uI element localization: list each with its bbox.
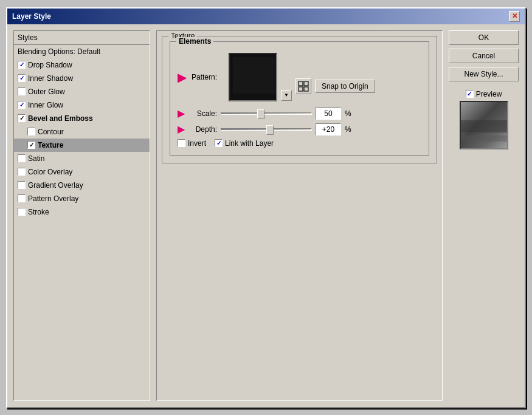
dialog-title: Layer Style — [12, 12, 51, 21]
drop-shadow-label: Drop Shadow — [28, 61, 72, 69]
sidebar-item-pattern-overlay[interactable]: Pattern Overlay — [14, 192, 150, 205]
sidebar-item-texture[interactable]: Texture — [14, 139, 150, 152]
gradient-overlay-label: Gradient Overlay — [28, 181, 83, 190]
color-overlay-checkbox[interactable] — [18, 168, 26, 176]
dialog-body: Styles Blending Options: Default Drop Sh… — [7, 24, 525, 407]
pattern-label: Pattern: — [192, 73, 225, 81]
bevel-emboss-label: Bevel and Emboss — [28, 114, 93, 123]
stroke-checkbox[interactable] — [18, 208, 26, 216]
blending-options-label: Blending Options: Default — [18, 47, 100, 56]
options-row: Invert Link with Layer — [178, 139, 421, 148]
main-panel: Texture Elements ▶ Pattern: — [156, 30, 443, 401]
pattern-overlay-label: Pattern Overlay — [28, 194, 78, 203]
sidebar-item-color-overlay[interactable]: Color Overlay — [14, 165, 150, 179]
pattern-dropdown-button[interactable]: ▼ — [281, 90, 292, 101]
sidebar-item-contour[interactable]: Contour — [14, 125, 150, 139]
svg-rect-11 — [461, 135, 508, 142]
outer-glow-label: Outer Glow — [28, 87, 65, 96]
invert-checkbox[interactable] — [178, 139, 185, 147]
depth-arrow-icon: ▶ — [178, 125, 185, 134]
left-panel: Styles Blending Options: Default Drop Sh… — [13, 30, 150, 401]
preview-checkbox[interactable] — [466, 90, 474, 98]
preview-row: Preview — [466, 90, 502, 98]
satin-label: Satin — [28, 154, 44, 163]
svg-rect-8 — [304, 87, 308, 91]
cancel-button[interactable]: Cancel — [449, 49, 519, 63]
elements-group: Elements ▶ Pattern: — [170, 41, 429, 156]
close-button[interactable]: ✕ — [509, 11, 520, 22]
svg-rect-6 — [304, 81, 308, 86]
pattern-swatch[interactable] — [229, 53, 277, 101]
svg-rect-10 — [461, 120, 508, 132]
satin-checkbox[interactable] — [18, 154, 26, 162]
bevel-emboss-checkbox[interactable] — [18, 114, 26, 122]
sidebar-item-satin[interactable]: Satin — [14, 152, 150, 165]
scale-arrow-icon: ▶ — [178, 109, 185, 118]
depth-input[interactable] — [316, 123, 341, 135]
sidebar-item-gradient-overlay[interactable]: Gradient Overlay — [14, 179, 150, 192]
link-checkbox[interactable] — [215, 139, 223, 147]
inner-glow-label: Inner Glow — [28, 101, 63, 109]
svg-rect-1 — [233, 57, 275, 94]
sidebar-item-outer-glow[interactable]: Outer Glow — [14, 85, 150, 98]
link-option[interactable]: Link with Layer — [215, 139, 274, 148]
pattern-overlay-checkbox[interactable] — [18, 194, 26, 202]
depth-row: ▶ Depth: % — [178, 123, 421, 135]
pattern-arrow-icon: ▶ — [178, 71, 187, 83]
scale-slider[interactable] — [221, 112, 312, 115]
scale-row: ▶ Scale: % — [178, 108, 421, 120]
snap-to-origin-button[interactable]: Snap to Origin — [315, 80, 375, 93]
layer-style-dialog: Layer Style ✕ Styles Blending Options: D… — [6, 7, 526, 408]
svg-rect-7 — [299, 87, 303, 91]
depth-percent: % — [345, 125, 351, 134]
color-overlay-label: Color Overlay — [28, 168, 72, 176]
preview-thumbnail — [460, 101, 508, 149]
pattern-row: ▶ Pattern: ▼ — [178, 53, 421, 101]
scale-thumb[interactable] — [257, 109, 264, 119]
texture-group: Texture Elements ▶ Pattern: — [162, 36, 437, 163]
sidebar-item-inner-glow[interactable]: Inner Glow — [14, 98, 150, 112]
preview-label: Preview — [476, 90, 502, 98]
texture-checkbox[interactable] — [27, 141, 35, 149]
contour-label: Contour — [38, 128, 64, 136]
depth-thumb[interactable] — [266, 125, 274, 135]
outer-glow-checkbox[interactable] — [18, 87, 26, 95]
ok-button[interactable]: OK — [449, 30, 519, 45]
preview-section: Preview — [449, 90, 519, 149]
contour-checkbox[interactable] — [27, 128, 35, 135]
link-label: Link with Layer — [225, 139, 274, 148]
stroke-label: Stroke — [28, 208, 49, 216]
invert-option[interactable]: Invert — [178, 139, 206, 148]
inner-shadow-label: Inner Shadow — [28, 74, 73, 83]
depth-label: Depth: — [190, 125, 217, 134]
pattern-reset-button[interactable] — [295, 78, 311, 94]
texture-label: Texture — [38, 141, 63, 149]
title-bar: Layer Style ✕ — [7, 9, 525, 24]
sidebar-item-stroke[interactable]: Stroke — [14, 205, 150, 219]
sidebar-item-bevel-emboss[interactable]: Bevel and Emboss — [14, 112, 150, 125]
new-style-button[interactable]: New Style... — [449, 67, 519, 81]
styles-label: Styles — [18, 33, 38, 42]
scale-label: Scale: — [190, 109, 217, 118]
elements-group-title: Elements — [176, 37, 213, 46]
svg-rect-5 — [299, 81, 303, 86]
invert-label: Invert — [188, 139, 206, 148]
inner-shadow-checkbox[interactable] — [18, 74, 26, 82]
styles-header: Styles — [14, 31, 150, 45]
depth-slider[interactable] — [221, 128, 312, 131]
sidebar-item-drop-shadow[interactable]: Drop Shadow — [14, 58, 150, 72]
scale-input[interactable] — [316, 108, 341, 120]
sidebar-item-blending-options[interactable]: Blending Options: Default — [14, 45, 150, 58]
sidebar-item-inner-shadow[interactable]: Inner Shadow — [14, 72, 150, 85]
gradient-overlay-checkbox[interactable] — [18, 181, 26, 189]
inner-glow-checkbox[interactable] — [18, 101, 26, 109]
scale-percent: % — [345, 109, 351, 118]
right-panel: OK Cancel New Style... Preview — [449, 30, 519, 401]
drop-shadow-checkbox[interactable] — [18, 61, 26, 69]
